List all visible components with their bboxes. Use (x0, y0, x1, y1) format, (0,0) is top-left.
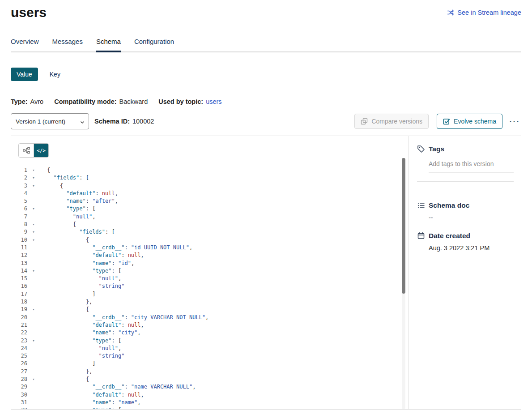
line-number: 1 (11, 167, 27, 174)
compare-versions-icon (361, 118, 368, 125)
code-lines: 1▾{2▾ "fields": [3▾ {4 "default": null,5… (11, 167, 409, 409)
code-text: "type": [ (47, 406, 121, 409)
topic-link[interactable]: users (206, 98, 221, 105)
code-text: "name": "name", (47, 399, 141, 406)
collapse-caret-icon[interactable]: ▾ (31, 174, 36, 182)
code-line: 10▾ { (11, 236, 409, 244)
code-text: }, (47, 298, 92, 306)
code-scrollbar-track[interactable] (402, 158, 405, 409)
schema-toolbar: Version 1 (current) Schema ID: 100002 Co… (11, 113, 521, 129)
used-by-topic-label: Used by topic: (158, 98, 203, 105)
code-line: 20 "__crdb__": "city VARCHAR NOT NULL", (11, 314, 409, 321)
tab-configuration[interactable]: Configuration (134, 38, 174, 52)
compare-versions-button[interactable]: Compare versions (354, 114, 429, 129)
code-text: { (47, 376, 89, 383)
code-line: 14▾ "type": [ (11, 267, 409, 275)
code-text: "default": null, (47, 252, 144, 259)
code-text: "type": [ (47, 337, 121, 345)
line-number: 4 (11, 190, 27, 197)
key-toggle-button[interactable]: Key (47, 70, 63, 78)
code-text: "name": "after", (47, 197, 118, 205)
value-toggle-button[interactable]: Value (11, 68, 38, 81)
caret-spacer (31, 298, 36, 306)
type-value: Avro (30, 98, 44, 105)
code-text: "name": "city", (47, 329, 141, 337)
caret-spacer (31, 321, 36, 329)
more-options-button[interactable]: ⋯ (507, 117, 521, 126)
code-line: 32▾ "type": [ (11, 406, 409, 409)
collapse-caret-icon[interactable]: ▾ (31, 337, 36, 345)
code-text: "fields": [ (47, 228, 115, 236)
code-line: 4 "default": null, (11, 190, 409, 197)
code-text: "null", (47, 275, 121, 282)
code-scrollbar-thumb[interactable] (402, 158, 405, 294)
line-number: 28 (11, 376, 27, 383)
add-tags-input[interactable] (429, 160, 514, 172)
code-text: "default": null, (47, 391, 144, 399)
collapse-caret-icon[interactable]: ▾ (31, 376, 36, 383)
caret-spacer (31, 314, 36, 321)
code-line: 5 "name": "after", (11, 197, 409, 205)
code-text: "default": null, (47, 190, 118, 197)
collapse-caret-icon[interactable]: ▾ (31, 228, 36, 236)
caret-spacer (31, 244, 36, 252)
caret-spacer (31, 213, 36, 221)
code-text: { (47, 221, 76, 228)
code-view-button[interactable]: </> (34, 144, 48, 157)
code-line: 22 "name": "city", (11, 329, 409, 337)
code-text: "fields": [ (47, 174, 89, 182)
tabs: OverviewMessagesSchemaConfiguration (11, 38, 521, 52)
tags-title: Tags (429, 145, 444, 153)
line-number: 7 (11, 213, 27, 221)
code-line: 8▾ { (11, 221, 409, 228)
date-created-value: Aug. 3 2022 3:21 PM (429, 244, 514, 252)
line-number: 9 (11, 228, 27, 236)
schema-doc-heading: Schema doc (417, 201, 514, 209)
collapse-caret-icon[interactable]: ▾ (31, 236, 36, 244)
caret-spacer (31, 360, 36, 367)
collapse-caret-icon[interactable]: ▾ (31, 205, 36, 213)
collapse-caret-icon[interactable]: ▾ (31, 306, 36, 313)
stream-lineage-link[interactable]: See in Stream lineage (447, 9, 521, 16)
schema-part-toggle: Value Key (11, 68, 521, 81)
code-line: 3▾ { (11, 182, 409, 190)
collapse-caret-icon[interactable]: ▾ (31, 267, 36, 275)
date-created-section: Date created Aug. 3 2022 3:21 PM (417, 232, 514, 252)
collapse-caret-icon[interactable]: ▾ (31, 221, 36, 228)
caret-spacer (31, 399, 36, 406)
compatibility-value: Backward (119, 98, 148, 105)
code-line: 29 "__crdb__": "name VARCHAR NULL", (11, 383, 409, 391)
code-line: 2▾ "fields": [ (11, 174, 409, 182)
tags-section: Tags (417, 145, 514, 182)
line-number: 32 (11, 406, 27, 409)
collapse-caret-icon[interactable]: ▾ (31, 167, 36, 174)
tags-heading: Tags (417, 145, 514, 153)
tab-messages[interactable]: Messages (52, 38, 83, 52)
line-number: 2 (11, 174, 27, 182)
line-number: 31 (11, 399, 27, 406)
code-line: 26 ] (11, 360, 409, 367)
line-number: 10 (11, 236, 27, 244)
line-number: 11 (11, 244, 27, 252)
date-created-title: Date created (429, 232, 470, 240)
caret-spacer (31, 345, 36, 352)
sidebar-divider (417, 181, 514, 182)
evolve-schema-button[interactable]: Evolve schema (437, 114, 502, 129)
tab-schema[interactable]: Schema (96, 38, 121, 52)
code-line: 31 "name": "name", (11, 399, 409, 406)
tab-overview[interactable]: Overview (11, 38, 39, 52)
type-label: Type: (11, 98, 28, 105)
version-select[interactable]: Version 1 (current) (11, 113, 89, 129)
code-line: 28▾ { (11, 376, 409, 383)
code-text: "string" (47, 282, 124, 290)
line-number: 8 (11, 221, 27, 228)
collapse-caret-icon[interactable]: ▾ (31, 182, 36, 190)
caret-spacer (31, 197, 36, 205)
collapse-caret-icon[interactable]: ▾ (31, 406, 36, 409)
code-text: { (47, 182, 63, 190)
code-text: "__crdb__": "city VARCHAR NOT NULL", (47, 314, 209, 321)
tree-view-button[interactable] (19, 144, 34, 157)
caret-spacer (31, 282, 36, 290)
schema-id-value: 100002 (132, 118, 154, 125)
line-number: 30 (11, 391, 27, 399)
